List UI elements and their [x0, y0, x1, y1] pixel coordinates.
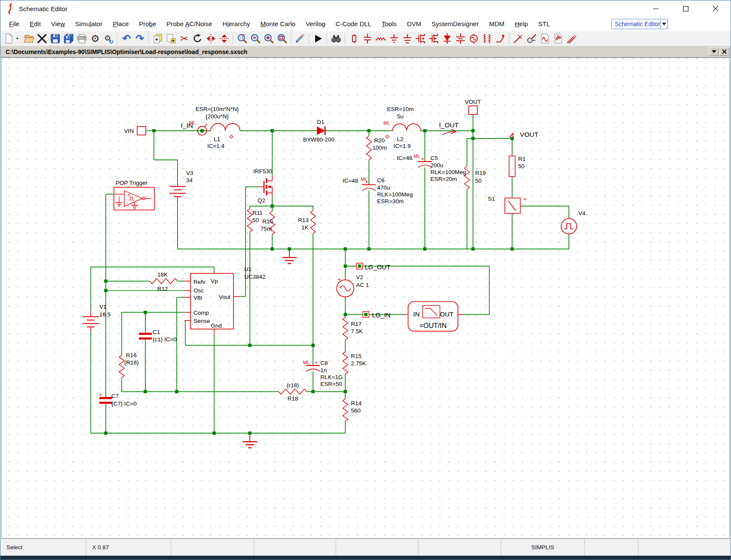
- place-inductor-button[interactable]: [374, 32, 387, 45]
- menu-item-probe[interactable]: Probe: [134, 18, 161, 30]
- wire-junction: [358, 265, 361, 268]
- schematic-label: IC=48: [343, 178, 358, 184]
- place-battery-button[interactable]: [454, 32, 467, 45]
- switch[interactable]: [505, 198, 520, 214]
- place-ground-button[interactable]: [387, 32, 400, 45]
- schematic-label: R18: [288, 395, 298, 402]
- place-pmos-button[interactable]: [427, 32, 440, 45]
- pathbar: C:\Documents\Examples-90\SIMPLIS\Optimis…: [0, 46, 731, 57]
- menu-item-view[interactable]: View: [46, 18, 70, 30]
- resistor: [343, 399, 348, 421]
- zoom-in-button[interactable]: [262, 32, 275, 45]
- copy-button[interactable]: [151, 32, 164, 45]
- mirror-vertical-button[interactable]: [204, 32, 217, 45]
- print-button[interactable]: [75, 32, 88, 45]
- wire-junction: [175, 390, 178, 394]
- editor-mode-combo[interactable]: Schematic Editor: [611, 19, 668, 29]
- sheet-dropdown-button[interactable]: [709, 47, 719, 56]
- menu-item-file[interactable]: File: [4, 18, 24, 30]
- schematic-label: C8: [320, 360, 328, 366]
- pulse-source[interactable]: [561, 219, 577, 234]
- menu-item-mdm[interactable]: MDM: [484, 18, 510, 30]
- schematic-label: 200u: [430, 162, 443, 169]
- combo-dropdown-icon[interactable]: [660, 19, 668, 29]
- save-all-button[interactable]: [62, 32, 75, 45]
- schematic-label: RLK=100Meg: [430, 169, 466, 175]
- cut-icon: ✂: [179, 33, 190, 44]
- find-button[interactable]: [329, 32, 343, 45]
- close-schematic-button[interactable]: [35, 32, 48, 45]
- menu-item-c-code-dll[interactable]: C-Code DLL: [331, 18, 376, 30]
- menu-item-dvm[interactable]: DVM: [402, 18, 426, 30]
- place-ac-source-icon: [468, 33, 479, 44]
- menu-item-monte-carlo[interactable]: Monte Carlo: [255, 18, 301, 30]
- paste-button[interactable]: [164, 32, 177, 45]
- diode[interactable]: [317, 126, 325, 135]
- power-probe-button[interactable]: [525, 32, 538, 45]
- maximize-button[interactable]: [671, 0, 701, 17]
- menu-item-probe-ac-noise[interactable]: Probe AC/Noise: [161, 18, 217, 30]
- sheet-close-button[interactable]: [719, 47, 729, 56]
- new-schematic-button[interactable]: [2, 32, 15, 45]
- terminal[interactable]: [137, 126, 146, 135]
- place-capacitor-button[interactable]: [361, 32, 374, 45]
- zoom-out-button[interactable]: [249, 32, 262, 45]
- menu-item-verilog[interactable]: Verilog: [301, 18, 331, 30]
- menu-item-tools[interactable]: Tools: [376, 18, 402, 30]
- voltage-probe-button[interactable]: [511, 32, 525, 45]
- toolbar-separator: [345, 33, 345, 44]
- place-inductor-icon: [375, 33, 386, 44]
- close-button[interactable]: [701, 0, 731, 17]
- menu-item-place[interactable]: Place: [108, 18, 134, 30]
- menubar: FileEditViewSimulatorPlaceProbeProbe AC/…: [0, 17, 731, 31]
- schematic-label: 560: [351, 407, 361, 414]
- menu-item-hierarchy[interactable]: Hierarchy: [217, 18, 255, 30]
- wire-junction: [311, 344, 315, 347]
- schematic-label: OUT: [440, 310, 454, 318]
- run-simulation-button[interactable]: [311, 32, 325, 45]
- schematic-label: UC3842: [244, 274, 266, 280]
- schematic-label: ESR={10m*N*N}: [196, 106, 239, 112]
- place-probe-hook-button[interactable]: [493, 32, 507, 45]
- schematic-drawing[interactable]: VINESR={10m*N*N}{200u*N}MLI_INL1IC=1.4V3…: [2, 58, 729, 538]
- save-button[interactable]: [48, 32, 62, 45]
- minimize-button[interactable]: [641, 0, 671, 17]
- menu-item-systemdesigner[interactable]: SystemDesigner: [427, 18, 484, 30]
- rotate-button[interactable]: [191, 32, 204, 45]
- redo-button[interactable]: ↷: [133, 32, 146, 45]
- menu-item-stl[interactable]: STL: [533, 18, 555, 30]
- place-diode-icon: [442, 33, 453, 44]
- place-ac-source-button[interactable]: [467, 32, 480, 45]
- zoom-select-button[interactable]: [235, 32, 249, 45]
- mosfet-arrow: [268, 185, 271, 188]
- simulator-options-button[interactable]: ⚙↻: [102, 32, 115, 45]
- mirror-horizontal-button[interactable]: [217, 32, 231, 45]
- menu-item-help[interactable]: Help: [509, 18, 533, 30]
- resistor[interactable]: [509, 156, 515, 177]
- draw-wire-button[interactable]: [293, 32, 307, 45]
- fixed-voltage-probe-button[interactable]: [538, 32, 551, 45]
- wire-junction: [367, 247, 371, 251]
- fixed-current-probe-button[interactable]: [551, 32, 565, 45]
- new-schematic-caret-button[interactable]: [15, 32, 22, 45]
- schematic-label: R14: [351, 400, 361, 406]
- open-button[interactable]: [22, 32, 35, 45]
- switch-blade: [508, 201, 515, 211]
- cut-button[interactable]: ✂: [177, 32, 191, 45]
- schematic-label: Comp: [193, 310, 209, 316]
- place-nmos-button[interactable]: [414, 32, 427, 45]
- diff-probe-button[interactable]: [565, 32, 578, 45]
- svg-text:↶: ↶: [122, 33, 130, 44]
- place-diode-button[interactable]: [440, 32, 454, 45]
- schematic-canvas[interactable]: VINESR={10m*N*N}{200u*N}MLI_INL1IC=1.4V3…: [1, 57, 730, 539]
- zoom-full-button[interactable]: [275, 32, 289, 45]
- place-transformer-button[interactable]: [480, 32, 493, 45]
- menu-item-edit[interactable]: Edit: [24, 18, 46, 30]
- place-signal-ground-button[interactable]: [400, 32, 414, 45]
- status-cell-simplis: SIMPLIS: [501, 539, 585, 556]
- menu-item-simulator[interactable]: Simulator: [70, 18, 107, 30]
- place-resistor-button[interactable]: [347, 32, 361, 45]
- undo-button[interactable]: ↶: [120, 32, 133, 45]
- terminal[interactable]: [469, 106, 477, 114]
- settings-button[interactable]: ⚙: [88, 32, 102, 45]
